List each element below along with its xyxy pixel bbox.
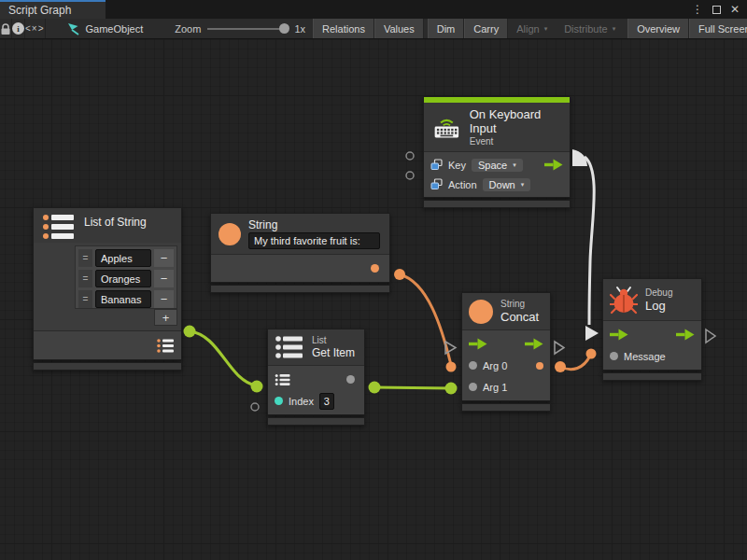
- index-row: Index 3: [268, 390, 364, 412]
- remove-item-button[interactable]: −: [154, 270, 174, 287]
- node-category: String: [500, 299, 539, 309]
- list-input-port[interactable]: [275, 373, 290, 386]
- values-button[interactable]: Values: [374, 19, 424, 38]
- control-flow-row: [603, 324, 701, 345]
- key-dropdown[interactable]: Space ▾: [472, 159, 523, 172]
- node-list-of-string[interactable]: List of String = Apples − = Oranges − = …: [33, 207, 182, 371]
- relations-button[interactable]: Relations: [313, 19, 374, 38]
- message-input-port[interactable]: [610, 352, 618, 360]
- dim-label: Dim: [437, 23, 456, 35]
- full-screen-button[interactable]: Full Screen: [689, 19, 747, 38]
- node-title: String: [248, 218, 382, 231]
- result-output-port[interactable]: [536, 362, 543, 370]
- control-output-port[interactable]: [525, 338, 543, 350]
- node-footer: [461, 403, 551, 412]
- list-input-row: [268, 369, 364, 390]
- index-label: Index: [289, 396, 314, 407]
- node-title: List of String: [84, 216, 147, 229]
- info-button[interactable]: i: [12, 19, 25, 38]
- node-string-literal[interactable]: String My third favorite fruit is:: [210, 213, 390, 293]
- window-menu-icon[interactable]: ⋮: [692, 4, 703, 15]
- node-title: On Keyboard Input: [470, 107, 562, 135]
- node-title: Concat: [500, 310, 539, 324]
- list-item-row: = Oranges −: [78, 270, 174, 287]
- arg1-input-port[interactable]: [469, 383, 477, 391]
- index-field[interactable]: 3: [319, 393, 334, 410]
- key-port-label: Key: [448, 160, 466, 171]
- add-item-button[interactable]: +: [154, 309, 177, 326]
- window-controls: ⋮ ✕: [692, 0, 747, 19]
- align-button: Align ▾: [508, 19, 556, 38]
- node-category: List: [312, 335, 355, 345]
- chevron-down-icon: ▾: [544, 25, 548, 33]
- window-close-icon[interactable]: ✕: [730, 4, 740, 15]
- drag-handle[interactable]: =: [78, 249, 92, 267]
- item-output-port[interactable]: [346, 375, 355, 384]
- node-debug-log[interactable]: Debug Log Message: [602, 278, 702, 381]
- string-type-icon: [218, 223, 241, 245]
- action-dropdown[interactable]: Down ▾: [483, 178, 531, 191]
- control-input-port[interactable]: [469, 338, 487, 350]
- string-value-field[interactable]: My third favorite fruit is:: [248, 232, 380, 249]
- code-preview-button[interactable]: <×>: [25, 19, 46, 38]
- gameobject-label: GameObject: [86, 23, 144, 35]
- distribute-button: Distribute ▾: [556, 19, 624, 38]
- drag-handle[interactable]: =: [78, 290, 92, 308]
- gameobject-button[interactable]: GameObject: [63, 19, 148, 38]
- lock-icon: [0, 22, 11, 35]
- script-graph-icon: [66, 22, 80, 35]
- tab-title: Script Graph: [8, 4, 71, 17]
- action-value: Down: [489, 179, 515, 190]
- chevron-down-icon: ▾: [613, 25, 616, 33]
- string-output-port[interactable]: [371, 264, 379, 273]
- control-flow-row: [462, 333, 550, 355]
- zoom-slider[interactable]: [207, 28, 288, 30]
- list-output-row: [34, 334, 181, 357]
- value-type-icon: [430, 178, 443, 190]
- port-row-key: Key Space ▾: [424, 155, 570, 175]
- values-label: Values: [384, 23, 415, 35]
- remove-item-button[interactable]: −: [154, 249, 174, 267]
- node-on-keyboard-input[interactable]: On Keyboard Input Event Key Space ▾: [423, 96, 571, 208]
- code-icon: <×>: [25, 23, 45, 34]
- carry-button[interactable]: Carry: [464, 19, 508, 38]
- node-footer: [423, 200, 571, 208]
- drag-handle[interactable]: =: [78, 270, 92, 287]
- list-item-field[interactable]: Oranges: [95, 270, 151, 287]
- list-output-port[interactable]: [156, 338, 175, 354]
- node-footer: [267, 417, 365, 426]
- window-maximize-icon[interactable]: [712, 6, 721, 14]
- arg1-label: Arg 1: [483, 382, 507, 393]
- node-concat[interactable]: String Concat Arg 0: [461, 292, 551, 412]
- zoom-slider-handle[interactable]: [279, 23, 289, 34]
- control-output-port[interactable]: [544, 159, 563, 171]
- control-output-port[interactable]: [676, 329, 695, 341]
- node-footer: [602, 372, 702, 381]
- control-input-port[interactable]: [610, 329, 628, 341]
- string-type-icon: [469, 300, 493, 324]
- tab-script-graph[interactable]: Script Graph: [0, 0, 106, 19]
- action-port-label: Action: [448, 179, 477, 190]
- dim-button[interactable]: Dim: [428, 19, 465, 38]
- key-value: Space: [478, 160, 507, 171]
- value-type-icon: [430, 159, 443, 171]
- remove-item-button[interactable]: −: [154, 290, 174, 308]
- list-item-field[interactable]: Bananas: [95, 290, 151, 308]
- node-get-item[interactable]: List Get Item Index 3: [267, 329, 365, 426]
- bug-icon: [610, 285, 638, 315]
- carry-label: Carry: [473, 23, 499, 35]
- overview-button[interactable]: Overview: [627, 19, 689, 38]
- node-title: Log: [645, 299, 672, 313]
- list-item-row: = Apples −: [78, 249, 174, 267]
- relations-label: Relations: [322, 23, 365, 35]
- arg1-row: Arg 1: [462, 376, 550, 398]
- arg0-input-port[interactable]: [469, 361, 477, 370]
- node-footer: [33, 362, 182, 371]
- distribute-label: Distribute: [564, 23, 607, 35]
- lock-button[interactable]: [0, 19, 12, 38]
- node-footer: [210, 285, 390, 293]
- align-label: Align: [516, 23, 539, 35]
- arg0-row: Arg 0: [462, 355, 550, 376]
- index-input-port[interactable]: [275, 397, 283, 405]
- list-item-field[interactable]: Apples: [95, 249, 151, 267]
